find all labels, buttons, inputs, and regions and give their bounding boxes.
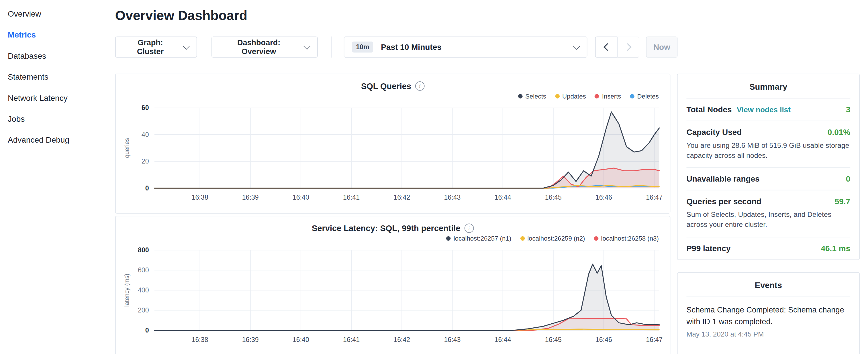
svg-text:16:47: 16:47 <box>646 194 662 201</box>
legend-label: Updates <box>562 93 586 100</box>
legend-item-inserts[interactable]: Inserts <box>595 93 621 100</box>
graph-dropdown-label: Graph: Cluster <box>124 38 177 56</box>
legend-label: Selects <box>525 93 546 100</box>
legend-dot <box>595 94 599 98</box>
legend-item-deletes[interactable]: Deletes <box>630 93 658 100</box>
legend-dot <box>520 236 524 240</box>
summary-row-total-nodes: Total NodesView nodes list3 <box>686 99 850 121</box>
legend-dot <box>555 94 559 98</box>
page-title: Overview Dashboard <box>115 8 860 23</box>
dashboard-dropdown[interactable]: Dashboard: Overview <box>212 36 318 57</box>
event-timestamp: May 13, 2020 at 4:45 PM <box>686 330 850 338</box>
svg-text:60: 60 <box>142 104 149 111</box>
legend-label: Inserts <box>602 93 621 100</box>
info-icon[interactable] <box>464 223 474 233</box>
summary-label: P99 latency <box>686 244 731 253</box>
summary-row-queries-per-second: Queries per second59.7Sum of Selects, Up… <box>686 190 850 237</box>
summary-label: Unavailable ranges <box>686 174 760 183</box>
event-item[interactable]: Schema Change Completed: Schema change w… <box>686 297 850 345</box>
chart-canvas-service-latency: 16:3816:3916:4016:4116:4216:4316:4416:45… <box>116 244 670 352</box>
summary-label: Queries per second <box>686 197 762 206</box>
svg-text:16:45: 16:45 <box>545 336 562 344</box>
summary-value: 0 <box>846 174 850 183</box>
events-title: Events <box>686 273 850 297</box>
svg-text:16:40: 16:40 <box>292 194 309 201</box>
chart-legend: SelectsUpdatesInsertsDeletes <box>116 93 670 100</box>
svg-text:16:42: 16:42 <box>394 336 410 344</box>
svg-text:600: 600 <box>138 266 149 274</box>
view-nodes-link[interactable]: View nodes list <box>737 106 790 114</box>
sidebar-item-jobs[interactable]: Jobs <box>0 108 105 129</box>
sidebar-item-network-latency[interactable]: Network Latency <box>0 87 105 108</box>
series-area-localhost-26258-n3 <box>154 319 659 330</box>
legend-dot <box>518 94 522 98</box>
events-list: Schema Change Completed: Schema change w… <box>686 297 850 345</box>
legend-item-updates[interactable]: Updates <box>555 93 586 100</box>
svg-text:16:39: 16:39 <box>242 336 259 344</box>
legend-item-localhost-26259-n2[interactable]: localhost:26259 (n2) <box>520 234 585 242</box>
legend-item-selects[interactable]: Selects <box>518 93 546 100</box>
svg-text:16:42: 16:42 <box>394 194 410 201</box>
summary-desc: Sum of Selects, Updates, Inserts, and De… <box>686 210 850 230</box>
svg-text:16:47: 16:47 <box>646 336 662 344</box>
events-panel: Events Schema Change Completed: Schema c… <box>677 272 860 354</box>
time-prev-button[interactable] <box>595 36 617 57</box>
right-column: Summary Total NodesView nodes list3Capac… <box>677 74 860 354</box>
legend-dot <box>446 236 451 240</box>
legend-label: localhost:26259 (n2) <box>527 235 585 242</box>
svg-text:queries: queries <box>124 138 130 158</box>
sidebar-item-overview[interactable]: Overview <box>0 3 105 24</box>
db-console-metrics-page: OverviewMetricsDatabasesStatementsNetwor… <box>0 0 868 354</box>
time-step-buttons <box>595 36 640 57</box>
summary-panel: Summary Total NodesView nodes list3Capac… <box>677 74 860 260</box>
svg-text:16:43: 16:43 <box>444 336 461 344</box>
chart-legend: localhost:26257 (n1)localhost:26259 (n2)… <box>116 234 670 242</box>
summary-row-capacity-used: Capacity Used0.01%You are using 28.6 MiB… <box>686 121 850 168</box>
sidebar: OverviewMetricsDatabasesStatementsNetwor… <box>0 0 105 354</box>
svg-text:40: 40 <box>142 131 149 138</box>
chevron-right-icon <box>624 43 631 51</box>
sidebar-item-statements[interactable]: Statements <box>0 66 105 87</box>
time-range-label: Past 10 Minutes <box>381 43 442 52</box>
svg-text:16:41: 16:41 <box>343 336 360 344</box>
svg-text:16:43: 16:43 <box>444 194 461 201</box>
chart-title: Service Latency: SQL, 99th percentile <box>312 223 461 233</box>
svg-text:16:44: 16:44 <box>495 336 511 344</box>
chart-header: Service Latency: SQL, 99th percentile <box>116 223 670 233</box>
summary-rows: Total NodesView nodes list3Capacity Used… <box>686 99 850 259</box>
chevron-down-icon <box>183 42 190 50</box>
summary-value: 3 <box>846 105 850 114</box>
legend-item-localhost-26258-n3[interactable]: localhost:26258 (n3) <box>594 234 658 242</box>
svg-text:200: 200 <box>138 307 149 314</box>
svg-text:16:46: 16:46 <box>595 336 612 344</box>
legend-label: localhost:26257 (n1) <box>454 235 511 242</box>
svg-text:20: 20 <box>142 158 149 165</box>
chevron-down-icon <box>304 42 311 50</box>
time-range-selector[interactable]: 10m Past 10 Minutes <box>344 36 587 57</box>
main-content: Overview Dashboard Graph: Cluster Dashbo… <box>115 0 860 354</box>
svg-text:16:40: 16:40 <box>292 336 309 344</box>
sidebar-item-advanced-debug[interactable]: Advanced Debug <box>0 129 105 150</box>
legend-item-localhost-26257-n1[interactable]: localhost:26257 (n1) <box>446 234 511 242</box>
summary-value: 46.1 ms <box>821 244 850 253</box>
time-next-button[interactable] <box>617 36 639 57</box>
sidebar-nav: OverviewMetricsDatabasesStatementsNetwor… <box>0 3 105 151</box>
now-button[interactable]: Now <box>646 36 677 57</box>
chevron-down-icon <box>573 42 580 50</box>
svg-text:16:44: 16:44 <box>495 194 511 201</box>
svg-text:800: 800 <box>138 246 149 254</box>
graph-dropdown[interactable]: Graph: Cluster <box>115 36 197 57</box>
legend-dot <box>630 94 634 98</box>
info-icon[interactable] <box>415 81 425 91</box>
time-range-badge: 10m <box>352 41 373 53</box>
legend-dot <box>594 236 598 240</box>
sidebar-item-metrics[interactable]: Metrics <box>0 24 105 45</box>
series-area-selects <box>154 112 659 188</box>
controls-divider <box>331 36 332 57</box>
summary-label: Total Nodes <box>686 105 732 114</box>
legend-label: Deletes <box>637 93 659 100</box>
svg-text:latency (ms): latency (ms) <box>124 273 130 307</box>
sidebar-item-databases[interactable]: Databases <box>0 45 105 66</box>
summary-desc: You are using 28.6 MiB of 515.9 GiB usab… <box>686 141 850 161</box>
chevron-left-icon <box>603 43 611 51</box>
